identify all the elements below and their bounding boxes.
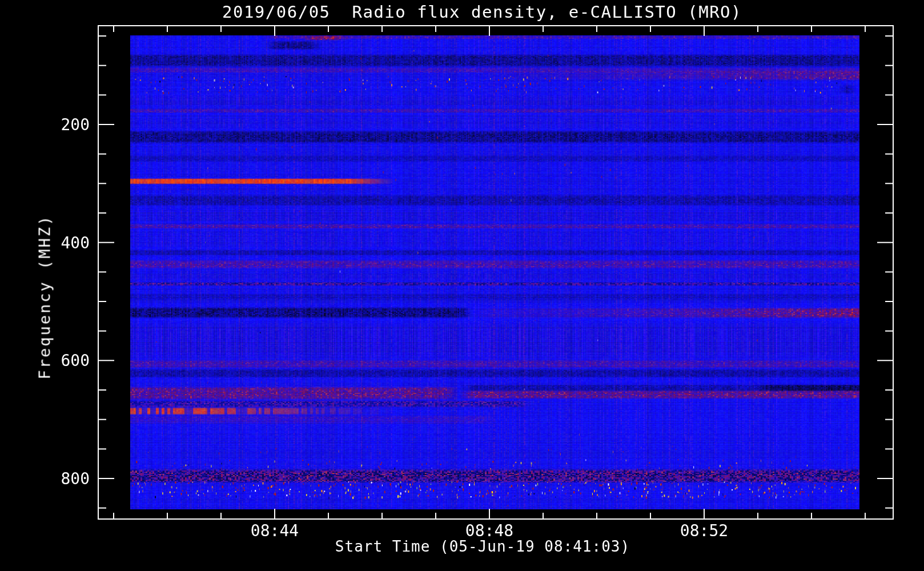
- y-tick-label: 400: [23, 234, 90, 252]
- spectrogram-canvas: [0, 0, 924, 571]
- x-tick-label: 08:48: [444, 521, 535, 540]
- spectrogram-page: 2019/06/05 Radio flux density, e-CALLIST…: [0, 0, 924, 571]
- y-tick-label: 200: [23, 115, 90, 134]
- x-axis-label: Start Time (05-Jun-19 08:41:03): [98, 538, 867, 555]
- y-tick-label: 800: [23, 469, 90, 488]
- x-tick-label: 08:44: [229, 521, 320, 540]
- chart-title: 2019/06/05 Radio flux density, e-CALLIST…: [98, 2, 866, 22]
- x-tick-label: 08:52: [658, 521, 750, 540]
- y-tick-label: 600: [23, 351, 90, 370]
